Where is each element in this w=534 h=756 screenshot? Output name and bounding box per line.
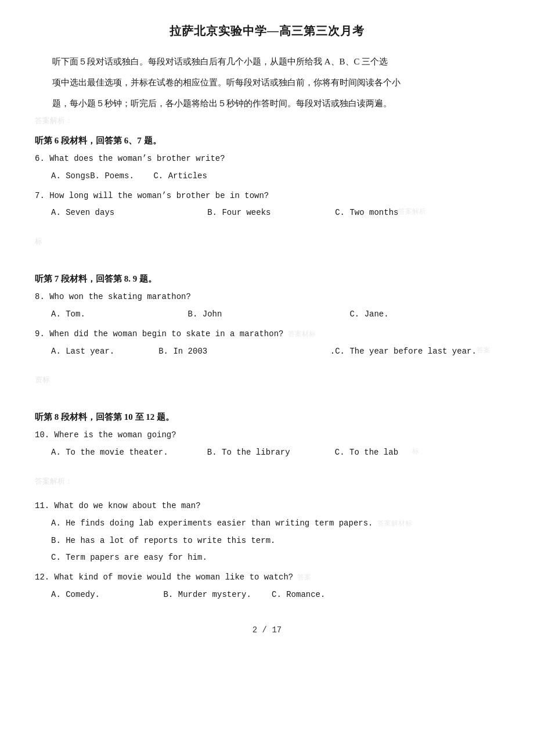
question-12: 12. What kind of movie would the woman l… — [35, 571, 499, 602]
option-9b: B. In 2003 — [144, 345, 272, 359]
option-11a: A. He finds doing lab experiments easier… — [51, 517, 499, 531]
page-title: 拉萨北京实验中学—高三第三次月考 — [35, 23, 499, 39]
option-8a: A. Tom. — [51, 308, 144, 322]
question-9-options: A. Last year. B. In 2003 .C. The year be… — [51, 345, 499, 359]
question-10-text: 10. Where is the woman going? — [35, 429, 499, 442]
section-10-12-header: 听第 8 段材料，回答第 10 至 12 题。 — [35, 412, 499, 423]
question-11: 11. What do we know about the man? A. He… — [35, 499, 499, 565]
section-8-9-header: 听第 7 段材料，回答第 8. 9 题。 — [35, 273, 499, 285]
section-10-12: 听第 8 段材料，回答第 10 至 12 题。 10. Where is the… — [35, 412, 499, 602]
option-8c: C. Jane. — [272, 308, 389, 322]
question-12-text: 12. What kind of movie would the woman l… — [35, 571, 499, 585]
question-8-options: A. Tom. B. John C. Jane. — [51, 308, 499, 322]
page-footer: 2 / 17 — [35, 625, 499, 635]
watermark-9c: 答案 — [477, 345, 490, 359]
watermark-section1-end: 标 — [35, 236, 499, 247]
option-10a: A. To the movie theater. — [51, 446, 168, 460]
option-9c: .C. The year before last year. — [272, 345, 477, 359]
question-6: 6. What does the woman’s brother write? … — [35, 152, 499, 183]
intro-paragraph: 听下面５段对话或独白。每段对话或独白后有几个小题，从题中所给我 A、B、C 三个… — [35, 53, 499, 112]
option-11c: C. Term papers are easy for him. — [51, 551, 499, 565]
intro-line1: 听下面５段对话或独白。每段对话或独白后有几个小题，从题中所给我 A、B、C 三个… — [35, 53, 499, 70]
question-7-options: A. Seven days B. Four weeks C. Two month… — [51, 206, 499, 220]
question-9: 9. When did the woman begin to skate in … — [35, 327, 499, 359]
question-10: 10. Where is the woman going? A. To the … — [35, 429, 499, 460]
question-8: 8. Who won the skating marathon? A. Tom.… — [35, 290, 499, 322]
option-11b: B. He has a lot of reports to write this… — [51, 534, 499, 548]
option-10c: C. To the lab — [296, 446, 412, 460]
option-10b: B. To the library — [168, 446, 296, 460]
option-7a: A. Seven days — [51, 206, 144, 220]
section-8-9: 听第 7 段材料，回答第 8. 9 题。 8. Who won the skat… — [35, 273, 499, 385]
section-6-7: 听第 6 段材料，回答第 6、7 题。 6. What does the wom… — [35, 135, 499, 247]
option-7b: B. Four weeks — [144, 206, 272, 220]
question-12-options: A. Comedy. B. Murder mystery. C. Romance… — [51, 588, 499, 602]
question-7-text: 7. How long will the woman’s brother be … — [35, 189, 499, 203]
watermark-10c: 标 — [412, 446, 419, 460]
question-7: 7. How long will the woman’s brother be … — [35, 189, 499, 221]
option-12c: C. Romance. — [272, 588, 388, 602]
question-6-text: 6. What does the woman’s brother write? — [35, 152, 499, 166]
option-12b: B. Murder mystery. — [144, 588, 272, 602]
option-9a: A. Last year. — [51, 345, 144, 359]
question-9-text: 9. When did the woman begin to skate in … — [35, 327, 499, 341]
question-11-text: 11. What do we know about the man? — [35, 499, 499, 513]
option-12a: A. Comedy. — [51, 588, 144, 602]
watermark-top: 答案解析： — [35, 116, 499, 126]
watermark-9: 答案材标 — [283, 330, 315, 339]
option-8b: B. John — [144, 308, 272, 322]
option-7c: C. Two months — [272, 206, 398, 220]
question-6-options: A. SongsB. Poems. C. Articles — [51, 170, 499, 183]
question-8-text: 8. Who won the skating marathon? — [35, 290, 499, 304]
intro-line2: 项中选出最佳选项，并标在试卷的相应位置。听每段对话或独白前，你将有时间阅读各个小 — [35, 74, 499, 91]
watermark-12: 答案 — [293, 574, 311, 582]
watermark-11a: 答案解材标 — [373, 520, 412, 528]
option-6a: A. SongsB. Poems. C. Articles — [51, 170, 207, 183]
question-10-options: A. To the movie theater. B. To the libra… — [51, 446, 499, 460]
intro-line3: 题，每小题５秒钟；听完后，各小题将给出５秒钟的作答时间。每段对话或独白读两遍。 — [35, 95, 499, 112]
watermark-section2-end: 资标 — [35, 375, 499, 385]
watermark-section3-mid: 答案解析： — [35, 476, 499, 487]
watermark-7c: 答案解析 — [398, 206, 426, 220]
section-6-7-header: 听第 6 段材料，回答第 6、7 题。 — [35, 135, 499, 146]
